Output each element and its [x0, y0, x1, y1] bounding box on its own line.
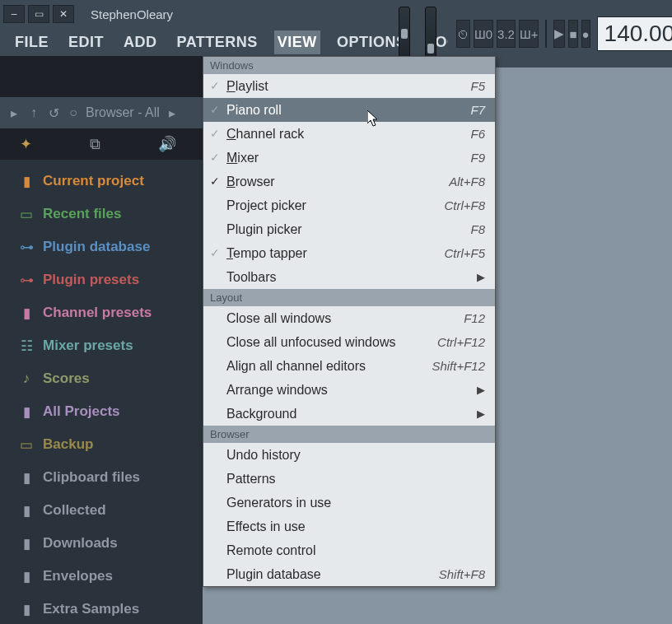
browser-item-all-projects[interactable]: ▮All Projects: [0, 395, 203, 428]
wait-input-button[interactable]: Ш0: [474, 20, 493, 48]
folder-icon: ▮: [18, 535, 35, 552]
speaker-icon[interactable]: 🔊: [158, 135, 176, 153]
menu-item-shortcut: Alt+F8: [449, 175, 485, 189]
menu-item-label: Project picker: [226, 198, 444, 213]
menu-item-arrange-windows[interactable]: Arrange windows▶: [203, 378, 495, 402]
undo-button[interactable]: [545, 20, 547, 48]
menu-item-plugin-picker[interactable]: Plugin pickerF8: [203, 217, 495, 241]
browser-item-collected[interactable]: ▮Collected: [0, 494, 203, 527]
stop-button[interactable]: ■: [568, 20, 577, 48]
menu-item-label: Toolbars: [226, 270, 477, 285]
menu-item-remote-control[interactable]: Remote control: [203, 538, 495, 562]
browser-tree: ▮Current project▭Recent files⊶Plugin dat…: [0, 160, 203, 624]
menu-edit[interactable]: EDIT: [65, 30, 107, 54]
browser-item-scores[interactable]: ♪Scores: [0, 362, 203, 395]
menu-item-label: Piano roll: [226, 103, 470, 118]
browser-item-label: Recent files: [43, 206, 121, 222]
menu-item-generators-in-use[interactable]: Generators in use: [203, 491, 495, 515]
browser-item-label: Channel presets: [43, 305, 152, 321]
menu-item-mixer[interactable]: ✓MixerF9: [203, 146, 495, 170]
menu-add[interactable]: ADD: [120, 30, 161, 54]
browser-item-clipboard-files[interactable]: ▮Clipboard files: [0, 461, 203, 494]
menu-item-browser[interactable]: ✓BrowserAlt+F8: [203, 170, 495, 193]
menu-item-label: Channel rack: [226, 127, 470, 142]
minimize-button[interactable]: –: [3, 5, 25, 23]
menu-item-shortcut: F5: [470, 79, 485, 93]
menu-patterns[interactable]: PATTERNS: [174, 30, 261, 54]
sliders-icon: ☷: [18, 338, 35, 355]
menu-item-label: Effects in use: [226, 519, 485, 534]
menu-item-label: Close all windows: [226, 311, 464, 326]
menu-item-effects-in-use[interactable]: Effects in use: [203, 515, 495, 538]
favorite-icon[interactable]: ✦: [20, 135, 32, 153]
menu-item-undo-history[interactable]: Undo history: [203, 443, 495, 467]
browser-item-downloads[interactable]: ▮Downloads: [0, 527, 203, 560]
menu-item-piano-roll[interactable]: ✓Piano rollF7: [203, 98, 495, 122]
menu-item-label: Browser: [226, 175, 449, 189]
menu-item-shortcut: F8: [470, 222, 485, 236]
browser-item-plugin-database[interactable]: ⊶Plugin database: [0, 231, 203, 263]
browser-item-extra-samples[interactable]: ▮Extra Samples: [0, 593, 203, 624]
volume-slider[interactable]: [425, 7, 436, 59]
menu-item-project-picker[interactable]: Project pickerCtrl+F8: [203, 193, 495, 217]
menu-item-shortcut: Ctrl+F8: [444, 198, 485, 212]
maximize-button[interactable]: ▭: [28, 5, 49, 23]
play-button[interactable]: ▶: [553, 20, 565, 48]
menu-item-label: Background: [226, 407, 477, 421]
menu-item-playlist[interactable]: ✓PlaylistF5: [203, 74, 495, 98]
browser-item-label: Plugin database: [43, 239, 150, 255]
browser-item-current-project[interactable]: ▮Current project: [0, 165, 203, 198]
browser-item-channel-presets[interactable]: ▮Channel presets: [0, 296, 203, 329]
browser-item-mixer-presets[interactable]: ☷Mixer presets: [0, 329, 203, 362]
pitch-slider[interactable]: [399, 7, 410, 59]
menu-item-background[interactable]: Background▶: [203, 402, 495, 426]
browser-item-label: Plugin presets: [43, 272, 139, 288]
collapse-icon[interactable]: ▸: [7, 105, 21, 120]
step-edit-button[interactable]: Ш+: [519, 20, 539, 48]
menu-item-close-all-windows[interactable]: Close all windowsF12: [203, 306, 495, 330]
browser-item-recent-files[interactable]: ▭Recent files: [0, 198, 203, 231]
copy-icon[interactable]: ⧉: [90, 136, 100, 153]
menu-item-label: Align all channel editors: [226, 359, 432, 374]
menu-item-label: Close all unfocused windows: [226, 335, 437, 350]
menu-item-channel-rack[interactable]: ✓Channel rackF6: [203, 122, 495, 146]
folder-icon: ▮: [18, 502, 35, 519]
menu-item-close-all-unfocused-windows[interactable]: Close all unfocused windowsCtrl+F12: [203, 330, 495, 354]
record-button[interactable]: ●: [581, 20, 590, 48]
search-icon[interactable]: ○: [66, 105, 81, 120]
metronome-button[interactable]: ⏲: [456, 20, 470, 48]
menu-item-label: Generators in use: [226, 496, 485, 510]
menu-view[interactable]: VIEW: [274, 30, 320, 54]
plug-icon: ⊶: [18, 239, 35, 256]
folder-icon: ▮: [18, 305, 35, 322]
close-button[interactable]: ✕: [53, 5, 74, 23]
menu-item-align-all-channel-editors[interactable]: Align all channel editorsShift+F12: [203, 354, 495, 378]
browser-item-plugin-presets[interactable]: ⊶Plugin presets: [0, 263, 203, 296]
up-arrow-icon[interactable]: ↑: [26, 105, 41, 120]
check-icon: ✓: [210, 103, 220, 116]
tempo-display[interactable]: 140.000: [597, 16, 672, 51]
menu-item-label: Tempo tapper: [226, 246, 444, 261]
browser-item-label: Mixer presets: [43, 338, 133, 354]
chevron-right-icon[interactable]: ▸: [165, 105, 180, 120]
folder-icon: ▮: [18, 403, 35, 421]
menu-item-shortcut: Ctrl+F12: [437, 335, 485, 349]
browser-item-backup[interactable]: ▭Backup: [0, 428, 203, 461]
menu-item-label: Plugin picker: [226, 222, 470, 237]
browser-item-label: All Projects: [43, 403, 120, 420]
menu-item-plugin-database[interactable]: Plugin databaseShift+F8: [203, 562, 495, 586]
browser-title: Browser - All: [86, 105, 160, 120]
countdown-display[interactable]: 3.2: [497, 20, 516, 48]
menu-item-tempo-tapper[interactable]: ✓Tempo tapperCtrl+F5: [203, 241, 495, 265]
menu-item-toolbars[interactable]: Toolbars▶: [203, 265, 495, 289]
menu-item-patterns[interactable]: Patterns: [203, 467, 495, 491]
menu-item-shortcut: F6: [470, 127, 485, 141]
browser-item-envelopes[interactable]: ▮Envelopes: [0, 560, 203, 593]
menu-file[interactable]: FILE: [12, 30, 52, 54]
menu-item-shortcut: F9: [470, 151, 485, 165]
browser-item-label: Current project: [43, 173, 144, 189]
refresh-icon[interactable]: ↺: [46, 105, 61, 120]
browser-item-label: Extra Samples: [43, 601, 139, 617]
menu-item-label: Mixer: [226, 151, 470, 165]
browser-toolbar: ✦ ⧉ 🔊: [0, 128, 203, 160]
